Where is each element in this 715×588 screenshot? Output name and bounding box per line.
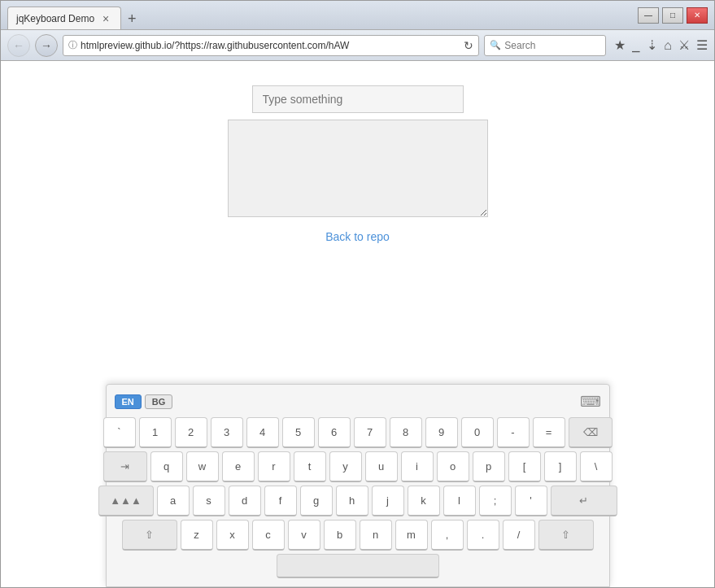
key-0[interactable]: 0 xyxy=(461,417,494,448)
key-x[interactable]: x xyxy=(216,520,249,551)
key-shift-left[interactable]: ⇧ xyxy=(122,520,177,551)
key-u[interactable]: u xyxy=(365,451,398,482)
keyboard-collapse-icon[interactable]: ⌨ xyxy=(580,393,601,411)
key-rbracket[interactable]: ] xyxy=(544,451,577,482)
key-s[interactable]: s xyxy=(193,486,225,516)
home-icon[interactable]: ⌂ xyxy=(664,38,672,53)
page-content: Back to repo EN BG ⌨ ` 1 2 3 4 5 6 7 8 xyxy=(1,61,714,587)
key-b[interactable]: b xyxy=(324,520,356,551)
key-k[interactable]: k xyxy=(408,486,440,516)
virtual-keyboard: EN BG ⌨ ` 1 2 3 4 5 6 7 8 9 0 - = ⌫ xyxy=(106,384,610,587)
key-8[interactable]: 8 xyxy=(390,417,422,448)
back-button[interactable]: ← xyxy=(7,34,30,57)
keyboard-row-2: ⇥ q w e r t y u i o p [ ] \ xyxy=(115,451,601,482)
key-3[interactable]: 3 xyxy=(211,417,243,448)
key-9[interactable]: 9 xyxy=(425,417,458,448)
key-l[interactable]: l xyxy=(443,486,476,516)
nav-icons: ★ ⎯ ⇣ ⌂ ⚔ ☰ xyxy=(614,37,708,53)
key-capslock[interactable]: ▲▲▲ xyxy=(98,486,154,516)
key-a[interactable]: a xyxy=(157,486,190,516)
bookmark-icon[interactable]: ★ xyxy=(614,37,626,53)
key-6[interactable]: 6 xyxy=(318,417,351,448)
lang-en-tab[interactable]: EN xyxy=(115,394,142,409)
back-to-repo-link[interactable]: Back to repo xyxy=(325,230,390,243)
key-z[interactable]: z xyxy=(181,520,213,551)
browser-window: jqKeyboard Demo × + — □ ✕ ← → ⓘ ↻ 🔍 ★ ⎯ … xyxy=(0,0,715,588)
key-semicolon[interactable]: ; xyxy=(479,486,512,516)
key-g[interactable]: g xyxy=(300,486,333,516)
key-v[interactable]: v xyxy=(288,520,320,551)
key-r[interactable]: r xyxy=(258,451,290,482)
nav-bar: ← → ⓘ ↻ 🔍 ★ ⎯ ⇣ ⌂ ⚔ ☰ xyxy=(1,30,714,61)
key-4[interactable]: 4 xyxy=(246,417,279,448)
new-tab-button[interactable]: + xyxy=(121,8,143,29)
key-2[interactable]: 2 xyxy=(175,417,207,448)
key-e[interactable]: e xyxy=(222,451,255,482)
search-icon: 🔍 xyxy=(490,40,501,50)
shield-icon[interactable]: ⚔ xyxy=(678,37,690,53)
key-f[interactable]: f xyxy=(264,486,297,516)
key-y[interactable]: y xyxy=(329,451,362,482)
close-button[interactable]: ✕ xyxy=(687,7,708,24)
key-7[interactable]: 7 xyxy=(354,417,386,448)
key-equals[interactable]: = xyxy=(533,417,565,448)
tab-title: jqKeyboard Demo xyxy=(16,13,94,24)
keyboard-row-4: ⇧ z x c v b n m , . / ⇧ xyxy=(115,520,601,551)
download-icon[interactable]: ⇣ xyxy=(647,37,657,53)
tab-close-button[interactable]: × xyxy=(99,12,112,25)
key-apostrophe[interactable]: ' xyxy=(515,486,547,516)
main-textarea[interactable] xyxy=(228,120,488,217)
title-bar: jqKeyboard Demo × + — □ ✕ xyxy=(1,1,714,30)
minimize-button[interactable]: — xyxy=(638,7,659,24)
key-period[interactable]: . xyxy=(467,520,499,551)
key-minus[interactable]: - xyxy=(497,417,530,448)
key-slash[interactable]: / xyxy=(503,520,535,551)
key-p[interactable]: p xyxy=(473,451,505,482)
key-d[interactable]: d xyxy=(229,486,261,516)
key-tab[interactable]: ⇥ xyxy=(103,451,147,482)
key-i[interactable]: i xyxy=(401,451,434,482)
keyboard-row-1: ` 1 2 3 4 5 6 7 8 9 0 - = ⌫ xyxy=(115,417,601,448)
keyboard-row-3: ▲▲▲ a s d f g h j k l ; ' ↵ xyxy=(115,486,601,516)
key-shift-right[interactable]: ⇧ xyxy=(538,520,594,551)
key-backslash[interactable]: \ xyxy=(580,451,613,482)
language-tabs: EN BG xyxy=(115,394,173,409)
address-input[interactable] xyxy=(81,40,460,51)
search-container: 🔍 xyxy=(484,35,606,56)
active-tab[interactable]: jqKeyboard Demo × xyxy=(7,7,121,29)
key-c[interactable]: c xyxy=(252,520,285,551)
spacebar-row xyxy=(115,554,601,578)
key-j[interactable]: j xyxy=(372,486,404,516)
key-q[interactable]: q xyxy=(150,451,183,482)
forward-button[interactable]: → xyxy=(35,34,58,57)
key-lbracket[interactable]: [ xyxy=(508,451,541,482)
lang-bg-tab[interactable]: BG xyxy=(145,394,173,409)
key-enter[interactable]: ↵ xyxy=(551,486,617,516)
key-backtick[interactable]: ` xyxy=(103,417,136,448)
maximize-button[interactable]: □ xyxy=(662,7,683,24)
key-o[interactable]: o xyxy=(437,451,469,482)
key-backspace[interactable]: ⌫ xyxy=(569,417,613,448)
bookmarks-icon[interactable]: ⎯ xyxy=(632,38,640,53)
key-h[interactable]: h xyxy=(336,486,368,516)
info-icon: ⓘ xyxy=(68,39,77,51)
address-bar-container: ⓘ ↻ xyxy=(63,35,479,56)
menu-icon[interactable]: ☰ xyxy=(696,37,708,53)
keyboard-top-bar: EN BG ⌨ xyxy=(115,393,601,411)
search-input[interactable] xyxy=(504,40,600,51)
key-w[interactable]: w xyxy=(186,451,219,482)
key-5[interactable]: 5 xyxy=(282,417,315,448)
key-1[interactable]: 1 xyxy=(139,417,172,448)
tab-bar: jqKeyboard Demo × + xyxy=(7,1,638,29)
window-controls: — □ ✕ xyxy=(638,7,708,24)
key-comma[interactable]: , xyxy=(431,520,464,551)
key-n[interactable]: n xyxy=(360,520,392,551)
key-t[interactable]: t xyxy=(294,451,326,482)
key-space[interactable] xyxy=(277,554,439,578)
key-m[interactable]: m xyxy=(395,520,428,551)
reload-button[interactable]: ↻ xyxy=(464,39,473,52)
main-text-input[interactable] xyxy=(252,85,464,113)
